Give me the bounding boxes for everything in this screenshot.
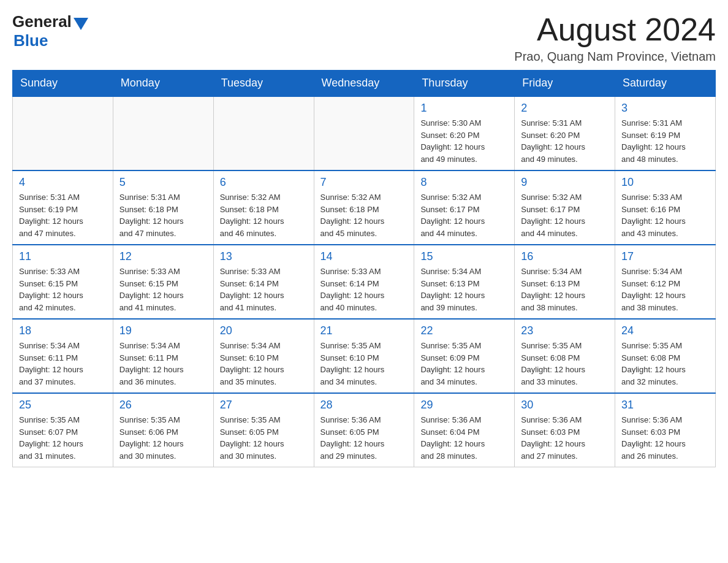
calendar-cell: 8Sunrise: 5:32 AMSunset: 6:17 PMDaylight… <box>414 170 515 245</box>
day-number: 28 <box>320 399 408 412</box>
day-number: 7 <box>320 176 408 189</box>
day-number: 31 <box>621 399 709 412</box>
day-number: 17 <box>621 250 709 263</box>
column-header-monday: Monday <box>113 71 213 97</box>
day-info: Sunrise: 5:31 AMSunset: 6:20 PMDaylight:… <box>521 117 609 165</box>
day-number: 8 <box>420 176 508 189</box>
day-info: Sunrise: 5:32 AMSunset: 6:17 PMDaylight:… <box>521 191 609 239</box>
day-info: Sunrise: 5:35 AMSunset: 6:06 PMDaylight:… <box>119 414 207 462</box>
day-info: Sunrise: 5:34 AMSunset: 6:11 PMDaylight:… <box>119 340 207 388</box>
day-info: Sunrise: 5:34 AMSunset: 6:12 PMDaylight:… <box>621 266 709 313</box>
calendar-cell: 12Sunrise: 5:33 AMSunset: 6:15 PMDayligh… <box>113 245 213 319</box>
calendar-cell: 2Sunrise: 5:31 AMSunset: 6:20 PMDaylight… <box>515 96 615 170</box>
calendar-cell <box>113 96 213 170</box>
day-number: 21 <box>320 324 408 337</box>
day-number: 20 <box>220 324 308 337</box>
day-info: Sunrise: 5:32 AMSunset: 6:17 PMDaylight:… <box>420 191 508 239</box>
day-info: Sunrise: 5:36 AMSunset: 6:04 PMDaylight:… <box>420 414 508 462</box>
day-info: Sunrise: 5:32 AMSunset: 6:18 PMDaylight:… <box>320 191 408 239</box>
calendar-cell <box>213 96 314 170</box>
logo-arrow-icon <box>74 18 88 30</box>
column-header-saturday: Saturday <box>615 71 716 97</box>
calendar-cell: 21Sunrise: 5:35 AMSunset: 6:10 PMDayligh… <box>314 319 414 393</box>
calendar-cell: 5Sunrise: 5:31 AMSunset: 6:18 PMDaylight… <box>113 170 213 245</box>
week-row-4: 18Sunrise: 5:34 AMSunset: 6:11 PMDayligh… <box>13 319 716 393</box>
calendar-cell: 3Sunrise: 5:31 AMSunset: 6:19 PMDaylight… <box>615 96 716 170</box>
calendar-cell: 14Sunrise: 5:33 AMSunset: 6:14 PMDayligh… <box>314 245 414 319</box>
week-row-5: 25Sunrise: 5:35 AMSunset: 6:07 PMDayligh… <box>13 393 716 467</box>
subtitle: Prao, Quang Nam Province, Vietnam <box>514 50 716 64</box>
calendar-cell: 20Sunrise: 5:34 AMSunset: 6:10 PMDayligh… <box>213 319 314 393</box>
calendar-cell: 1Sunrise: 5:30 AMSunset: 6:20 PMDaylight… <box>414 96 515 170</box>
day-number: 10 <box>621 176 709 189</box>
calendar-cell: 23Sunrise: 5:35 AMSunset: 6:08 PMDayligh… <box>515 319 615 393</box>
calendar-cell: 9Sunrise: 5:32 AMSunset: 6:17 PMDaylight… <box>515 170 615 245</box>
calendar-header-row: SundayMondayTuesdayWednesdayThursdayFrid… <box>13 71 716 97</box>
day-info: Sunrise: 5:34 AMSunset: 6:13 PMDaylight:… <box>521 266 609 313</box>
day-number: 15 <box>420 250 508 263</box>
calendar-cell: 28Sunrise: 5:36 AMSunset: 6:05 PMDayligh… <box>314 393 414 467</box>
calendar-cell: 19Sunrise: 5:34 AMSunset: 6:11 PMDayligh… <box>113 319 213 393</box>
day-number: 12 <box>119 250 207 263</box>
calendar-cell: 11Sunrise: 5:33 AMSunset: 6:15 PMDayligh… <box>13 245 113 319</box>
day-info: Sunrise: 5:33 AMSunset: 6:16 PMDaylight:… <box>621 191 709 239</box>
day-info: Sunrise: 5:36 AMSunset: 6:03 PMDaylight:… <box>521 414 609 462</box>
logo-general-text: General <box>12 12 72 31</box>
day-info: Sunrise: 5:35 AMSunset: 6:10 PMDaylight:… <box>320 340 408 388</box>
calendar-cell: 7Sunrise: 5:32 AMSunset: 6:18 PMDaylight… <box>314 170 414 245</box>
day-number: 27 <box>220 399 308 412</box>
day-info: Sunrise: 5:34 AMSunset: 6:11 PMDaylight:… <box>19 340 107 388</box>
calendar-cell: 16Sunrise: 5:34 AMSunset: 6:13 PMDayligh… <box>515 245 615 319</box>
day-info: Sunrise: 5:31 AMSunset: 6:18 PMDaylight:… <box>119 191 207 239</box>
day-number: 2 <box>521 102 609 115</box>
column-header-wednesday: Wednesday <box>314 71 414 97</box>
calendar-cell: 6Sunrise: 5:32 AMSunset: 6:18 PMDaylight… <box>213 170 314 245</box>
calendar-cell: 17Sunrise: 5:34 AMSunset: 6:12 PMDayligh… <box>615 245 716 319</box>
day-info: Sunrise: 5:36 AMSunset: 6:03 PMDaylight:… <box>621 414 709 462</box>
column-header-friday: Friday <box>515 71 615 97</box>
calendar-cell: 24Sunrise: 5:35 AMSunset: 6:08 PMDayligh… <box>615 319 716 393</box>
day-info: Sunrise: 5:33 AMSunset: 6:14 PMDaylight:… <box>220 266 308 313</box>
calendar-cell: 31Sunrise: 5:36 AMSunset: 6:03 PMDayligh… <box>615 393 716 467</box>
day-info: Sunrise: 5:35 AMSunset: 6:08 PMDaylight:… <box>521 340 609 388</box>
day-info: Sunrise: 5:35 AMSunset: 6:09 PMDaylight:… <box>420 340 508 388</box>
calendar-cell: 4Sunrise: 5:31 AMSunset: 6:19 PMDaylight… <box>13 170 113 245</box>
day-info: Sunrise: 5:32 AMSunset: 6:18 PMDaylight:… <box>220 191 308 239</box>
day-number: 14 <box>320 250 408 263</box>
day-info: Sunrise: 5:33 AMSunset: 6:14 PMDaylight:… <box>320 266 408 313</box>
calendar-cell <box>13 96 113 170</box>
calendar-cell: 30Sunrise: 5:36 AMSunset: 6:03 PMDayligh… <box>515 393 615 467</box>
calendar-cell: 27Sunrise: 5:35 AMSunset: 6:05 PMDayligh… <box>213 393 314 467</box>
day-number: 22 <box>420 324 508 337</box>
day-number: 13 <box>220 250 308 263</box>
day-number: 4 <box>19 176 107 189</box>
day-number: 16 <box>521 250 609 263</box>
week-row-1: 1Sunrise: 5:30 AMSunset: 6:20 PMDaylight… <box>13 96 716 170</box>
day-info: Sunrise: 5:33 AMSunset: 6:15 PMDaylight:… <box>119 266 207 313</box>
day-info: Sunrise: 5:36 AMSunset: 6:05 PMDaylight:… <box>320 414 408 462</box>
column-header-sunday: Sunday <box>13 71 113 97</box>
day-number: 11 <box>19 250 107 263</box>
calendar-cell <box>314 96 414 170</box>
day-info: Sunrise: 5:35 AMSunset: 6:07 PMDaylight:… <box>19 414 107 462</box>
day-number: 30 <box>521 399 609 412</box>
day-info: Sunrise: 5:33 AMSunset: 6:15 PMDaylight:… <box>19 266 107 313</box>
calendar-cell: 15Sunrise: 5:34 AMSunset: 6:13 PMDayligh… <box>414 245 515 319</box>
calendar-cell: 26Sunrise: 5:35 AMSunset: 6:06 PMDayligh… <box>113 393 213 467</box>
day-number: 6 <box>220 176 308 189</box>
day-number: 5 <box>119 176 207 189</box>
day-number: 24 <box>621 324 709 337</box>
day-number: 26 <box>119 399 207 412</box>
column-header-tuesday: Tuesday <box>213 71 314 97</box>
day-info: Sunrise: 5:35 AMSunset: 6:05 PMDaylight:… <box>220 414 308 462</box>
day-info: Sunrise: 5:34 AMSunset: 6:13 PMDaylight:… <box>420 266 508 313</box>
day-number: 29 <box>420 399 508 412</box>
day-info: Sunrise: 5:35 AMSunset: 6:08 PMDaylight:… <box>621 340 709 388</box>
calendar-cell: 13Sunrise: 5:33 AMSunset: 6:14 PMDayligh… <box>213 245 314 319</box>
logo: General Blue <box>12 12 88 50</box>
column-header-thursday: Thursday <box>414 71 515 97</box>
week-row-2: 4Sunrise: 5:31 AMSunset: 6:19 PMDaylight… <box>13 170 716 245</box>
calendar-cell: 29Sunrise: 5:36 AMSunset: 6:04 PMDayligh… <box>414 393 515 467</box>
day-info: Sunrise: 5:31 AMSunset: 6:19 PMDaylight:… <box>19 191 107 239</box>
week-row-3: 11Sunrise: 5:33 AMSunset: 6:15 PMDayligh… <box>13 245 716 319</box>
